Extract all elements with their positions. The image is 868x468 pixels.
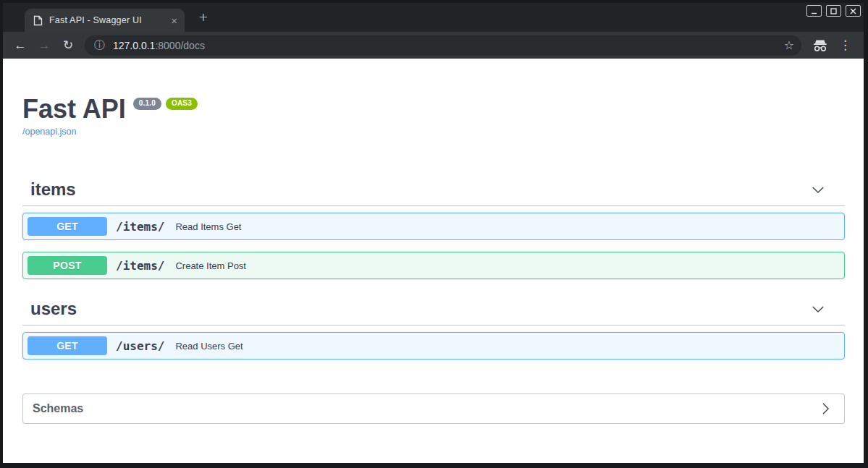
tab-close-icon[interactable]: × <box>171 15 177 26</box>
document-icon <box>33 15 43 26</box>
version-badge: 0.1.0 <box>133 98 161 110</box>
minimize-icon <box>811 8 817 14</box>
tab-title: Fast API - Swagger UI <box>49 15 167 25</box>
operation-path: /users/ <box>116 339 164 353</box>
section-title: items <box>30 180 76 199</box>
openapi-spec-link[interactable]: /openapi.json <box>22 127 76 137</box>
operation-row-get-users[interactable]: GET /users/ Read Users Get <box>22 332 845 359</box>
api-title-row: Fast API 0.1.0 OAS3 <box>22 96 845 122</box>
browser-menu-icon[interactable]: ⋮ <box>836 38 854 53</box>
expand-schemas-button[interactable] <box>822 401 830 417</box>
section-header-users[interactable]: users <box>22 299 845 326</box>
section-title: users <box>30 299 77 318</box>
reload-icon: ↻ <box>63 38 73 53</box>
reload-button[interactable]: ↻ <box>58 35 78 56</box>
url-path: :8000/docs <box>155 40 205 51</box>
back-button[interactable]: ← <box>10 35 30 56</box>
section-header-items[interactable]: items <box>22 180 845 206</box>
operation-summary: Read Items Get <box>175 221 241 232</box>
operation-path: /items/ <box>116 220 164 234</box>
new-tab-button[interactable]: + <box>194 9 213 27</box>
page-title: Fast API <box>22 96 126 122</box>
forward-button[interactable]: → <box>34 35 54 56</box>
schemas-title: Schemas <box>33 402 83 415</box>
operation-row-get-items[interactable]: GET /items/ Read Items Get <box>22 213 845 240</box>
schemas-section[interactable]: Schemas <box>22 393 845 424</box>
method-badge-get: GET <box>28 336 107 355</box>
operation-row-post-items[interactable]: POST /items/ Create Item Post <box>22 252 845 279</box>
incognito-icon <box>812 38 829 53</box>
chevron-right-icon <box>822 402 830 415</box>
chevron-down-icon <box>812 305 825 313</box>
browser-tab[interactable]: Fast API - Swagger UI × <box>25 9 185 32</box>
maximize-button[interactable] <box>826 5 841 17</box>
back-icon: ← <box>14 38 27 53</box>
browser-titlebar: Fast API - Swagger UI × + <box>3 3 864 32</box>
page-info-icon[interactable]: ⓘ <box>94 38 105 52</box>
collapse-section-button[interactable] <box>799 304 838 315</box>
browser-toolbar: ← → ↻ ⓘ 127.0.0.1:8000/docs ☆ ⋮ <box>3 32 864 59</box>
close-icon <box>850 8 856 14</box>
title-badges: 0.1.0 OAS3 <box>133 98 198 110</box>
bookmark-star-icon[interactable]: ☆ <box>784 38 794 52</box>
operation-path: /items/ <box>116 259 164 273</box>
minimize-button[interactable] <box>806 5 822 17</box>
page-content: Fast API 0.1.0 OAS3 /openapi.json items … <box>3 59 864 463</box>
url-text: 127.0.0.1:8000/docs <box>113 40 784 51</box>
operation-summary: Read Users Get <box>175 341 243 352</box>
chevron-down-icon <box>812 186 825 194</box>
method-badge-post: POST <box>28 256 107 275</box>
operation-summary: Create Item Post <box>175 260 246 271</box>
url-host: 127.0.0.1 <box>113 40 155 51</box>
maximize-icon <box>830 8 837 14</box>
window-controls <box>806 5 861 17</box>
collapse-section-button[interactable] <box>799 184 838 195</box>
forward-icon: → <box>38 38 51 53</box>
close-window-button[interactable] <box>846 5 861 17</box>
method-badge-get: GET <box>28 217 107 236</box>
address-bar[interactable]: ⓘ 127.0.0.1:8000/docs ☆ <box>85 35 801 56</box>
oas3-badge: OAS3 <box>166 98 198 110</box>
